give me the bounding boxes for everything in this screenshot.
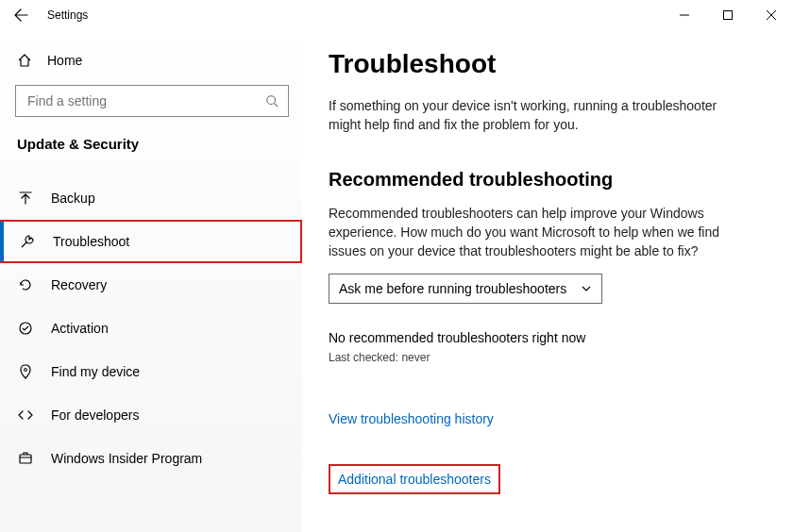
sidebar-item-troubleshoot[interactable]: Troubleshoot (0, 220, 302, 263)
sidebar-item-recovery[interactable]: Recovery (0, 263, 302, 307)
section-recommended-heading: Recommended troubleshooting (329, 169, 765, 191)
maximize-button[interactable] (706, 0, 750, 30)
home-icon (17, 53, 32, 68)
activation-icon (17, 321, 34, 336)
close-button[interactable] (750, 0, 793, 30)
sidebar-item-label: Activation (51, 321, 109, 336)
section-recommended-body: Recommended troubleshooters can help imp… (329, 204, 744, 261)
sidebar-item-label: Backup (51, 191, 95, 206)
titlebar: Settings (0, 0, 793, 30)
sidebar-item-activation[interactable]: Activation (0, 307, 302, 350)
search-icon (265, 94, 278, 108)
close-icon (767, 10, 776, 20)
no-recommended-text: No recommended troubleshooters right now (329, 330, 765, 345)
backup-icon (17, 191, 34, 206)
minimize-icon (680, 10, 689, 20)
sidebar-item-label: Windows Insider Program (51, 451, 202, 466)
main-content: Troubleshoot If something on your device… (302, 30, 793, 532)
sidebar-section-title: Update & Security (0, 117, 302, 161)
sidebar-item-label: For developers (51, 407, 139, 423)
troubleshoot-preference-dropdown[interactable]: Ask me before running troubleshooters (329, 274, 602, 304)
arrow-left-icon (13, 8, 28, 23)
last-checked-text: Last checked: never (329, 351, 765, 364)
sidebar-item-windows-insider[interactable]: Windows Insider Program (0, 437, 302, 480)
search-input-wrap[interactable] (15, 85, 289, 117)
dropdown-value: Ask me before running troubleshooters (339, 281, 566, 296)
troubleshoot-icon (19, 234, 36, 249)
sidebar: Home Update & Security Backup (0, 30, 302, 532)
developers-icon (17, 407, 34, 423)
page-intro: If something on your device isn't workin… (329, 96, 744, 135)
svg-point-2 (20, 323, 31, 334)
svg-rect-0 (724, 11, 733, 20)
svg-rect-4 (20, 455, 31, 463)
sidebar-item-label: Find my device (51, 364, 140, 379)
sidebar-item-for-developers[interactable]: For developers (0, 393, 302, 437)
search-input[interactable] (25, 92, 265, 109)
sidebar-nav: Backup Troubleshoot Recovery Activation (0, 176, 302, 480)
insider-icon (17, 451, 34, 466)
back-button[interactable] (11, 6, 30, 25)
link-additional-troubleshooters[interactable]: Additional troubleshooters (329, 464, 500, 494)
svg-point-1 (267, 96, 276, 105)
minimize-button[interactable] (663, 0, 706, 30)
maximize-icon (723, 10, 733, 20)
sidebar-item-label: Troubleshoot (53, 234, 129, 249)
sidebar-item-find-my-device[interactable]: Find my device (0, 350, 302, 393)
chevron-down-icon (581, 283, 592, 294)
page-title: Troubleshoot (329, 49, 765, 79)
window-controls (663, 0, 793, 30)
sidebar-item-label: Recovery (51, 277, 107, 292)
link-view-history[interactable]: View troubleshooting history (329, 411, 765, 426)
sidebar-home-label: Home (47, 53, 82, 68)
svg-point-3 (25, 369, 27, 372)
recovery-icon (17, 277, 34, 292)
sidebar-item-backup[interactable]: Backup (0, 176, 302, 220)
window-title: Settings (47, 8, 88, 22)
find-device-icon (17, 364, 34, 379)
sidebar-home[interactable]: Home (0, 42, 302, 79)
